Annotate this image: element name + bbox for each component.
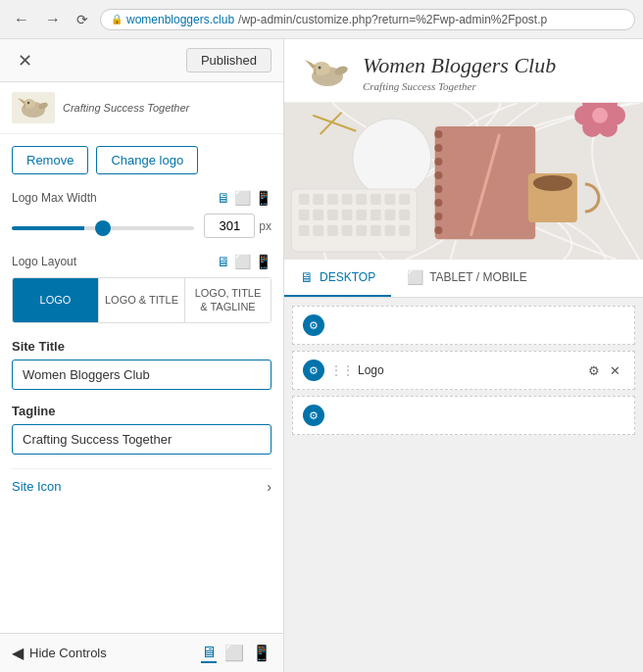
- logo-max-width-text: Logo Max Width: [12, 191, 97, 205]
- tablet-tab-label: TABLET / MOBILE: [429, 270, 527, 284]
- logo-layout-label: Logo Layout 🖥 ⬜ 📱: [12, 254, 272, 269]
- preview-logo-icon: [304, 55, 351, 90]
- change-logo-button[interactable]: Change logo: [96, 146, 198, 174]
- hide-arrow-icon: ◀: [12, 644, 24, 662]
- tagline-input[interactable]: [12, 424, 272, 455]
- site-title-area: Women Bloggers Club Crafting Success Tog…: [304, 53, 623, 92]
- site-icon-label: Site Icon: [12, 479, 62, 494]
- widget-logo-close-button[interactable]: ✕: [606, 361, 624, 380]
- logo-width-slider-row: px: [12, 214, 272, 238]
- bottom-desktop-button[interactable]: 🖥: [201, 644, 217, 663]
- layout-logo-title-tagline-button[interactable]: LOGO, TITLE& TAGLINE: [185, 278, 271, 322]
- px-input-wrap: px: [204, 214, 272, 238]
- preview-site-header: Women Bloggers Club Crafting Success Tog…: [284, 39, 643, 103]
- preview-site-text: Women Bloggers Club Crafting Success Tog…: [363, 53, 556, 92]
- left-panel: ✕ Published Crafting Success Together: [0, 39, 284, 672]
- remove-button[interactable]: Remove: [12, 146, 88, 174]
- preview-main-title: Women Bloggers Club: [363, 53, 556, 78]
- panel-content: Remove Change logo Logo Max Width 🖥 ⬜ 📱: [0, 134, 283, 633]
- published-button[interactable]: Published: [186, 48, 272, 72]
- right-panel: Women Bloggers Club Crafting Success Tog…: [284, 39, 643, 672]
- tagline-label: Tagline: [12, 404, 272, 418]
- widget-3-gear-button[interactable]: ⚙: [303, 405, 324, 426]
- tab-tablet-mobile[interactable]: ⬜ TABLET / MOBILE: [391, 260, 543, 297]
- chevron-right-icon: ›: [267, 479, 272, 495]
- refresh-button[interactable]: ⟳: [71, 8, 94, 31]
- preview-content: ⚙ ⚙ ⋮⋮ Logo ⚙ ✕ ⚙: [284, 298, 643, 672]
- layout-desktop-icon: 🖥: [217, 254, 230, 269]
- address-path: /wp-admin/customize.php?return=%2Fwp-adm…: [238, 13, 547, 26]
- preview-tabs: 🖥 DESKTOP ⬜ TABLET / MOBILE: [284, 260, 643, 298]
- widget-logo-settings-button[interactable]: ⚙: [584, 361, 604, 380]
- svg-point-7: [319, 67, 322, 70]
- logo-action-buttons: Remove Change logo: [12, 146, 272, 174]
- logo-layout-buttons: LOGO LOGO & TITLE LOGO, TITLE& TAGLINE: [12, 277, 272, 323]
- logo-max-width-label: Logo Max Width 🖥 ⬜ 📱: [12, 190, 272, 206]
- logo-image: [12, 92, 55, 123]
- widget-row-logo: ⚙ ⋮⋮ Logo ⚙ ✕: [292, 351, 635, 390]
- widget-logo-gear-button[interactable]: ⚙: [303, 360, 324, 381]
- hero-image-area: [284, 103, 643, 260]
- responsive-icons: 🖥 ⬜ 📱: [217, 190, 272, 206]
- lock-icon: 🔒: [111, 14, 123, 24]
- back-button[interactable]: ←: [8, 7, 35, 32]
- logo-width-slider[interactable]: [12, 226, 194, 230]
- hero-image-canvas: [284, 103, 643, 260]
- address-domain: womenbloggers.club: [126, 13, 234, 26]
- widget-logo-text: Logo: [358, 363, 384, 377]
- widget-logo-handle[interactable]: ⋮⋮: [330, 363, 354, 377]
- close-button[interactable]: ✕: [12, 48, 38, 73]
- widget-logo-actions: ⚙ ✕: [584, 361, 624, 380]
- layout-tablet-icon: ⬜: [234, 254, 251, 269]
- preview-sub-title: Crafting Success Together: [363, 80, 556, 92]
- site-title-input[interactable]: [12, 360, 272, 390]
- desktop-tab-label: DESKTOP: [320, 270, 375, 284]
- widget-row-1: ⚙: [292, 306, 635, 345]
- logo-width-input[interactable]: [204, 214, 255, 238]
- widget-row-3: ⚙: [292, 396, 635, 435]
- desktop-icon: 🖥: [217, 190, 230, 206]
- browser-bar: ← → ⟳ 🔒 womenbloggers.club /wp-admin/cus…: [0, 0, 643, 39]
- widget-logo-label: ⋮⋮ Logo: [330, 363, 384, 377]
- browser-nav: ← → ⟳: [8, 7, 94, 32]
- main-layout: ✕ Published Crafting Success Together: [0, 39, 643, 672]
- site-title-label: Site Title: [12, 339, 272, 354]
- bottom-tablet-button[interactable]: ⬜: [224, 644, 244, 663]
- bottom-bar: ◀ Hide Controls 🖥 ⬜ 📱: [0, 633, 283, 672]
- desktop-tab-icon: 🖥: [300, 269, 314, 285]
- address-bar[interactable]: 🔒 womenbloggers.club /wp-admin/customize…: [100, 9, 635, 30]
- mobile-icon: 📱: [255, 190, 272, 206]
- svg-point-3: [27, 102, 29, 104]
- bottom-mobile-button[interactable]: 📱: [252, 644, 272, 663]
- px-label: px: [259, 219, 272, 233]
- tablet-tab-icon: ⬜: [407, 269, 423, 285]
- logo-layout-text: Logo Layout: [12, 255, 76, 268]
- forward-button[interactable]: →: [39, 7, 67, 32]
- panel-header: ✕ Published: [0, 39, 283, 82]
- hide-controls-label: Hide Controls: [29, 646, 107, 660]
- tablet-icon: ⬜: [234, 190, 251, 206]
- tagline-section: Tagline: [12, 404, 272, 455]
- layout-responsive-icons: 🖥 ⬜ 📱: [217, 254, 272, 269]
- logo-preview-tagline: Crafting Success Together: [63, 102, 189, 114]
- layout-mobile-icon: 📱: [255, 254, 272, 269]
- widget-1-gear-button[interactable]: ⚙: [303, 314, 324, 336]
- layout-logo-button[interactable]: LOGO: [13, 278, 99, 322]
- logo-bird-icon: [16, 94, 51, 121]
- tab-desktop[interactable]: 🖥 DESKTOP: [284, 260, 391, 297]
- bottom-device-icons: 🖥 ⬜ 📱: [201, 644, 272, 663]
- layout-logo-title-button[interactable]: LOGO & TITLE: [99, 278, 185, 322]
- logo-layout-section: Logo Layout 🖥 ⬜ 📱 LOGO LOGO & TITLE LOGO…: [12, 254, 272, 323]
- hide-controls-button[interactable]: ◀ Hide Controls: [12, 644, 107, 662]
- slider-wrapper: [12, 218, 194, 233]
- site-title-section: Site Title: [12, 339, 272, 390]
- site-icon-row[interactable]: Site Icon ›: [12, 468, 272, 504]
- logo-preview-area: Crafting Success Together: [0, 82, 283, 134]
